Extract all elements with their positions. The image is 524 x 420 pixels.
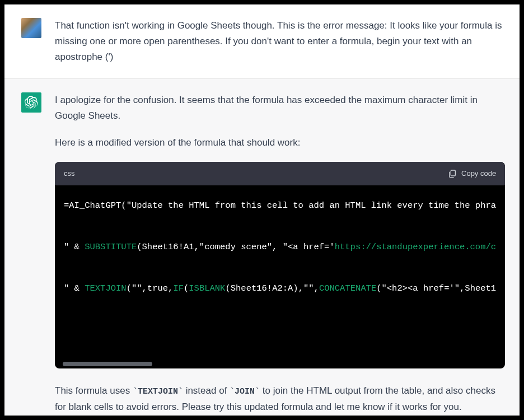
code-block: css Copy code =AI_ChatGPT("Update the HT… bbox=[55, 162, 505, 368]
assistant-intro-p1: I apologize for the confusion. It seems … bbox=[55, 92, 505, 124]
code-header: css Copy code bbox=[55, 162, 505, 185]
assistant-intro-p2: Here is a modified version of the formul… bbox=[55, 135, 505, 151]
clipboard-icon bbox=[448, 169, 457, 178]
user-avatar bbox=[21, 18, 41, 38]
assistant-outro: This formula uses `TEXTJOIN` instead of … bbox=[55, 383, 505, 415]
outer-frame: That function isn't working in Google Sh… bbox=[0, 0, 524, 420]
user-message-content: That function isn't working in Google Sh… bbox=[55, 18, 508, 65]
copy-code-label: Copy code bbox=[461, 167, 496, 179]
code-line-2: " & SUBSTITUTE(Sheet16!A1,"comedy scene"… bbox=[64, 237, 496, 258]
chat-container: That function isn't working in Google Sh… bbox=[4, 4, 520, 416]
horizontal-scrollbar-thumb[interactable] bbox=[63, 362, 152, 366]
code-language-label: css bbox=[64, 167, 75, 179]
inline-code-join: `JOIN` bbox=[230, 387, 260, 396]
user-message-row: That function isn't working in Google Sh… bbox=[4, 4, 520, 79]
code-body[interactable]: =AI_ChatGPT("Update the HTML from this c… bbox=[55, 185, 505, 369]
svg-rect-0 bbox=[451, 170, 455, 176]
openai-logo-icon bbox=[25, 96, 38, 109]
inline-code-textjoin: `TEXTJOIN` bbox=[133, 387, 183, 396]
code-line-1: =AI_ChatGPT("Update the HTML from this c… bbox=[64, 195, 496, 216]
assistant-message-row: I apologize for the confusion. It seems … bbox=[4, 79, 520, 416]
assistant-message-content: I apologize for the confusion. It seems … bbox=[55, 92, 511, 415]
code-line-3: " & TEXTJOIN("",true,IF(ISBLANK(Sheet16!… bbox=[64, 278, 496, 299]
assistant-avatar bbox=[21, 92, 41, 113]
user-message-text: That function isn't working in Google Sh… bbox=[55, 18, 503, 65]
copy-code-button[interactable]: Copy code bbox=[448, 167, 496, 179]
